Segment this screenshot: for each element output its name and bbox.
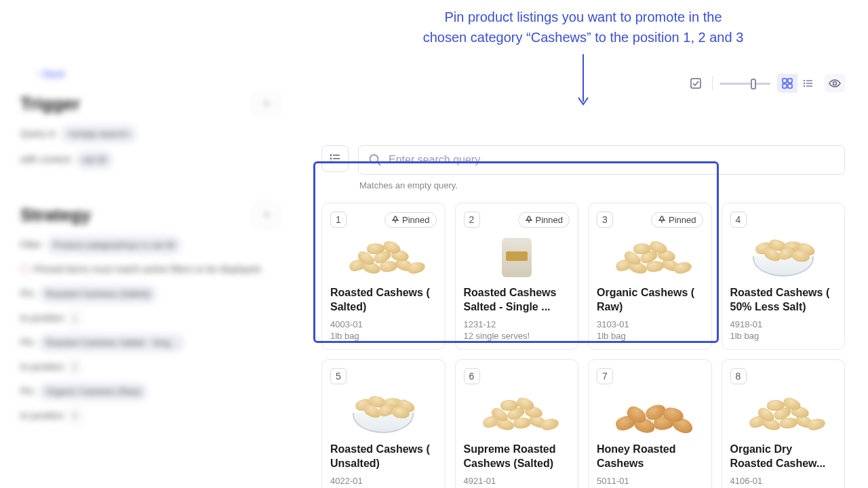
- add-trigger-button[interactable]: +: [255, 92, 278, 115]
- search-icon: [368, 153, 382, 167]
- svg-point-8: [804, 83, 805, 84]
- divider: [712, 76, 713, 91]
- product-card[interactable]: 6Supreme Roasted Cashews (Salted)4921-01: [455, 359, 579, 488]
- preview-button[interactable]: [825, 74, 845, 93]
- svg-rect-1: [691, 79, 701, 88]
- grid-view-button[interactable]: [777, 74, 797, 93]
- rank-badge: 2: [464, 211, 480, 228]
- product-sku: 1231-12: [464, 319, 570, 331]
- product-subtitle: 1lb bag: [597, 331, 703, 341]
- product-image: [464, 233, 570, 282]
- search-input-container: [358, 145, 845, 175]
- list-view-button[interactable]: [797, 74, 818, 93]
- product-title: Roasted Cashews ( Unsalted): [330, 443, 437, 471]
- svg-point-13: [330, 155, 332, 157]
- rank-badge: 8: [730, 368, 747, 384]
- product-title: Organic Cashews ( Raw): [597, 286, 703, 314]
- product-sku: 4106-01: [730, 475, 837, 487]
- product-title: Supreme Roasted Cashews (Salted): [464, 443, 570, 471]
- product-sku: 4022-01: [330, 475, 437, 487]
- filter-chip[interactable]: Product.categoryKeys is cat-30: [46, 236, 182, 255]
- trigger-heading: Trigger: [20, 94, 80, 115]
- product-subtitle: 1lb bag: [730, 331, 837, 341]
- query-chip[interactable]: <empty search>: [60, 125, 137, 144]
- pin-icon: [658, 216, 666, 224]
- product-sku: 5011-01: [597, 475, 703, 487]
- pinned-badge: Pinned: [518, 212, 570, 228]
- card-size-slider[interactable]: [719, 83, 770, 85]
- rank-badge: 6: [464, 368, 480, 384]
- product-title: Organic Dry Roasted Cashew...: [730, 443, 837, 471]
- search-input[interactable]: [389, 154, 835, 166]
- arrow-down-icon: [575, 53, 591, 107]
- back-link[interactable]: Back: [37, 68, 278, 80]
- product-image: [330, 233, 437, 282]
- strategy-heading: Strategy: [20, 205, 91, 226]
- product-image: [597, 390, 703, 439]
- product-title: Roasted Cashews ( Salted): [330, 286, 437, 314]
- svg-line-20: [378, 163, 381, 166]
- rank-badge: 4: [730, 211, 747, 228]
- product-card[interactable]: 2PinnedRoasted Cashews Salted - Single .…: [455, 203, 579, 350]
- pin-icon: [391, 216, 399, 224]
- product-card[interactable]: 8Organic Dry Roasted Cashew...4106-01: [722, 359, 846, 488]
- product-image: [730, 233, 837, 282]
- product-title: Roasted Cashews ( 50% Less Salt): [730, 286, 837, 314]
- product-sku: 4921-01: [464, 475, 570, 487]
- rank-badge: 5: [330, 368, 347, 384]
- rank-badge: 3: [597, 211, 613, 228]
- svg-rect-2: [783, 79, 787, 83]
- product-subtitle: 1lb bag: [330, 331, 437, 341]
- results-toolbar: [663, 76, 868, 98]
- product-image: [730, 390, 837, 439]
- product-image: [330, 390, 437, 439]
- rank-badge: 1: [330, 211, 347, 228]
- search-match-note: Matches an empty query.: [359, 180, 845, 190]
- svg-rect-3: [788, 79, 792, 83]
- config-sidebar: Back Trigger + Query is <empty search> w…: [0, 0, 298, 488]
- svg-point-12: [833, 82, 837, 85]
- product-card[interactable]: 1PinnedRoasted Cashews ( Salted)4003-011…: [321, 203, 446, 350]
- svg-point-6: [804, 80, 805, 81]
- pinned-badge: Pinned: [651, 212, 703, 228]
- svg-point-19: [370, 155, 378, 163]
- pin-icon: [525, 216, 533, 224]
- product-image: [464, 390, 570, 439]
- filter-list-button[interactable]: [321, 145, 349, 172]
- svg-point-17: [330, 161, 332, 163]
- product-grid: 1PinnedRoasted Cashews ( Salted)4003-011…: [298, 190, 868, 488]
- pinned-badge: Pinned: [384, 212, 436, 228]
- product-sku: 4918-01: [730, 319, 837, 331]
- add-strategy-button[interactable]: +: [255, 203, 278, 226]
- svg-rect-5: [788, 84, 792, 88]
- svg-point-10: [804, 85, 805, 87]
- rank-badge: 7: [597, 368, 613, 384]
- product-card[interactable]: 3PinnedOrganic Cashews ( Raw)3103-011lb …: [588, 203, 712, 350]
- context-chip[interactable]: cat-30: [75, 150, 113, 169]
- results-panel: Pin product listings you want to promote…: [298, 0, 868, 488]
- svg-rect-4: [783, 84, 787, 88]
- product-title: Honey Roasted Cashews: [597, 443, 703, 471]
- product-subtitle: 12 single serves!: [464, 331, 570, 341]
- product-image: [597, 233, 703, 282]
- product-sku: 3103-01: [597, 319, 703, 331]
- product-sku: 4003-01: [330, 319, 437, 331]
- product-card[interactable]: 4Roasted Cashews ( 50% Less Salt)4918-01…: [722, 203, 846, 350]
- product-title: Roasted Cashews Salted - Single ...: [464, 286, 570, 314]
- svg-point-15: [330, 158, 332, 160]
- checkbox-icon[interactable]: [686, 74, 705, 93]
- product-card[interactable]: 7Honey Roasted Cashews5011-01: [588, 359, 712, 488]
- product-card[interactable]: 5Roasted Cashews ( Unsalted)4022-01: [321, 359, 446, 488]
